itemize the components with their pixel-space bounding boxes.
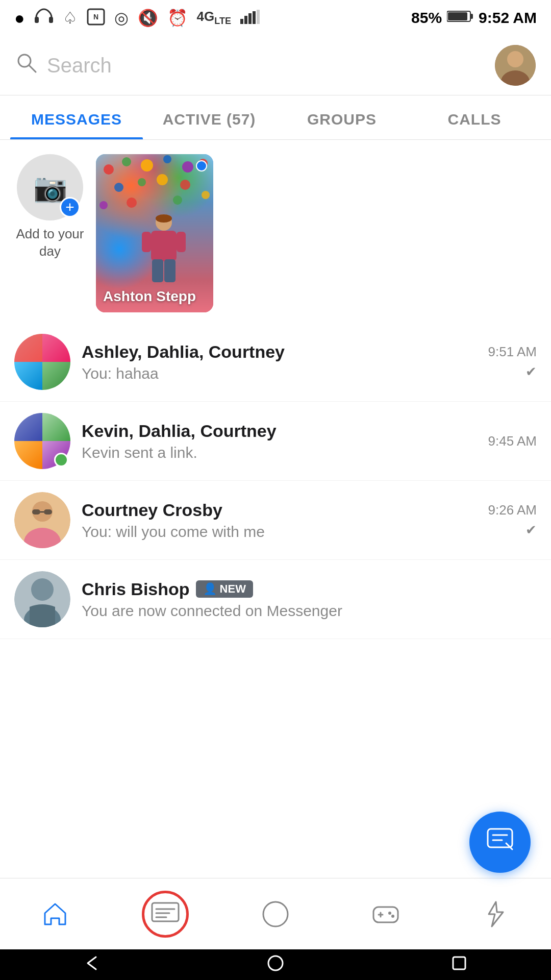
- nav-chats[interactable]: [151, 900, 180, 928]
- svg-rect-6: [248, 13, 252, 24]
- search-bar: Search: [0, 36, 551, 95]
- message-time: 9:45 AM: [488, 433, 537, 449]
- message-name: Ashley, Dahlia, Courtney: [82, 342, 477, 362]
- message-preview: You are now connected on Messenger: [82, 602, 347, 620]
- message-time: 9:26 AM ✔: [488, 502, 537, 538]
- svg-point-19: [141, 159, 153, 172]
- search-input-area[interactable]: Search: [15, 52, 112, 79]
- bottom-navigation: [0, 878, 551, 949]
- svg-point-15: [507, 51, 523, 67]
- svg-rect-50: [152, 903, 179, 921]
- svg-point-58: [388, 912, 391, 915]
- user-avatar: [14, 492, 70, 548]
- signal-icon: [240, 10, 261, 26]
- online-indicator: [54, 453, 68, 467]
- read-icon: ✔: [525, 364, 537, 380]
- back-button[interactable]: [82, 953, 102, 977]
- svg-rect-37: [164, 259, 176, 282]
- svg-point-59: [391, 915, 394, 918]
- svg-rect-36: [152, 259, 163, 282]
- svg-rect-41: [32, 509, 40, 514]
- message-name: Kevin, Dahlia, Courtney: [82, 421, 477, 441]
- svg-point-26: [180, 180, 190, 190]
- svg-rect-4: [240, 19, 243, 24]
- message-item[interactable]: Courtney Crosby You: will you come with …: [0, 481, 551, 560]
- svg-point-25: [157, 174, 168, 185]
- svg-text:N: N: [93, 13, 98, 21]
- battery-icon: [447, 9, 473, 27]
- svg-point-21: [182, 161, 193, 173]
- message-content: Chris Bishop 👤 NEW You are now connected…: [82, 579, 537, 620]
- spotify-icon: ●: [14, 8, 25, 28]
- recents-button[interactable]: [449, 953, 469, 977]
- svg-rect-11: [470, 14, 473, 19]
- svg-point-61: [268, 956, 283, 970]
- svg-point-17: [104, 164, 114, 175]
- camera-icon: 📷: [33, 172, 67, 204]
- tab-active[interactable]: ACTIVE (57): [143, 95, 276, 139]
- status-right: 85% 9:52 AM: [411, 9, 537, 27]
- story-name: Ashton Stepp: [103, 288, 196, 305]
- svg-rect-34: [142, 232, 151, 252]
- compose-icon: [486, 825, 514, 860]
- svg-rect-8: [257, 10, 260, 24]
- svg-rect-1: [49, 17, 53, 23]
- tab-calls[interactable]: CALLS: [408, 95, 541, 139]
- new-message-fab[interactable]: [469, 812, 531, 873]
- nav-people[interactable]: [261, 900, 290, 928]
- story-item-ashton[interactable]: Ashton Stepp: [96, 154, 213, 312]
- nav-more[interactable]: [482, 900, 510, 928]
- svg-point-23: [114, 183, 123, 192]
- message-name: Courtney Crosby: [82, 500, 477, 520]
- svg-point-29: [173, 195, 182, 205]
- svg-marker-60: [489, 902, 503, 926]
- user-avatar[interactable]: [495, 45, 536, 86]
- svg-point-30: [202, 191, 210, 199]
- story-add[interactable]: 📷 + Add to yourday: [14, 154, 86, 312]
- user-avatar: [14, 571, 70, 627]
- message-name: Chris Bishop 👤 NEW: [82, 579, 537, 599]
- read-icon: ✔: [525, 522, 537, 538]
- tab-messages[interactable]: MESSAGES: [10, 95, 143, 139]
- home-button[interactable]: [265, 953, 286, 977]
- message-time: 9:51 AM ✔: [488, 344, 537, 380]
- svg-point-27: [99, 201, 108, 209]
- dnd-icon: ◎: [114, 8, 129, 28]
- search-icon: [15, 52, 38, 79]
- svg-rect-55: [373, 907, 398, 922]
- tab-bar: MESSAGES ACTIVE (57) GROUPS CALLS: [0, 95, 551, 140]
- message-preview: You: hahaa: [82, 365, 347, 382]
- battery-percent: 85%: [411, 9, 442, 27]
- bluetooth-icon: ♤: [63, 8, 78, 28]
- status-icons: ● ♤ N ◎ 🔇 ⏰ 4GLTE: [14, 8, 261, 28]
- message-list: Ashley, Dahlia, Courtney You: hahaa 9:51…: [0, 323, 551, 639]
- svg-point-20: [163, 155, 171, 163]
- svg-point-28: [127, 198, 137, 208]
- story-new-dot: [196, 160, 207, 172]
- story-add-circle: 📷 +: [17, 154, 83, 220]
- svg-rect-35: [177, 232, 186, 252]
- svg-rect-62: [453, 957, 465, 969]
- lte-icon: 4GLTE: [197, 9, 231, 27]
- person-badge-icon: 👤: [203, 582, 217, 596]
- search-placeholder: Search: [47, 54, 112, 77]
- message-item[interactable]: Ashley, Dahlia, Courtney You: hahaa 9:51…: [0, 323, 551, 402]
- svg-rect-42: [44, 509, 52, 514]
- svg-rect-5: [244, 16, 247, 24]
- nav-games[interactable]: [371, 900, 400, 928]
- message-item[interactable]: Kevin, Dahlia, Courtney Kevin sent a lin…: [0, 402, 551, 481]
- tab-groups[interactable]: GROUPS: [276, 95, 408, 139]
- message-preview: You: will you come with me: [82, 523, 347, 541]
- svg-rect-7: [253, 11, 256, 24]
- message-item[interactable]: Chris Bishop 👤 NEW You are now connected…: [0, 560, 551, 639]
- message-content: Kevin, Dahlia, Courtney Kevin sent a lin…: [82, 421, 477, 461]
- svg-line-13: [29, 65, 36, 72]
- message-preview: Kevin sent a link.: [82, 444, 347, 461]
- message-content: Courtney Crosby You: will you come with …: [82, 500, 477, 541]
- svg-point-18: [122, 157, 131, 166]
- new-badge: 👤 NEW: [196, 580, 253, 598]
- stories-row: 📷 + Add to yourday: [0, 140, 551, 323]
- story-plus-icon: +: [60, 197, 80, 217]
- nav-home[interactable]: [41, 900, 69, 928]
- svg-point-45: [31, 578, 54, 601]
